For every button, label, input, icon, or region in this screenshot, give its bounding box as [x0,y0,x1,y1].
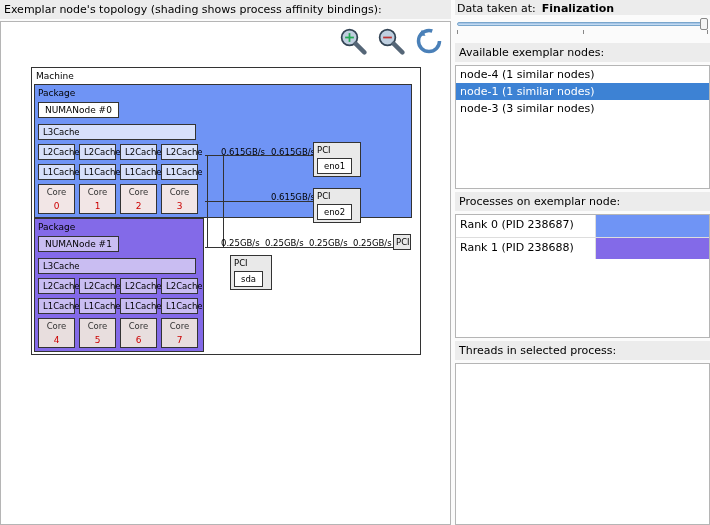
l3cache-0: L3Cache [38,124,196,140]
l2cache: L2Cache [79,278,116,294]
dev-eno2: eno2 [317,204,352,220]
l2cache: L2Cache [161,278,198,294]
svg-line-1 [356,44,365,53]
proc-swatch-1 [596,238,709,259]
topology-header: Exemplar node's topology (shading shows … [0,0,451,19]
l1cache: L1Cache [38,298,75,314]
time-slider[interactable] [455,18,710,40]
l2cache: L2Cache [38,144,75,160]
zoom-out-button[interactable] [376,26,406,56]
l2cache: L2Cache [120,278,157,294]
pci-eno2: PCI eno2 [313,188,361,223]
l1cache: L1Cache [120,298,157,314]
pci-plain: PCI [393,234,411,250]
threads-header: Threads in selected process: [455,341,710,360]
package-1: Package NUMANode #1 L3Cache L2Cache L2Ca… [34,218,204,352]
nodes-header: Available exemplar nodes: [455,43,710,62]
l1cache: L1Cache [120,164,157,180]
l2cache: L2Cache [161,144,198,160]
node-item-1[interactable]: node-1 (1 similar nodes) [456,83,709,100]
core-2: Core2 [120,184,157,214]
numa-0: NUMANode #0 [38,102,119,118]
numa-1: NUMANode #1 [38,236,119,252]
l1cache: L1Cache [161,164,198,180]
proc-row-0[interactable]: Rank 0 (PID 238687) [456,215,709,237]
core-0: Core0 [38,184,75,214]
l1cache: L1Cache [79,298,116,314]
proc-label-0: Rank 0 (PID 238687) [456,215,596,237]
bandwidth-label: 0.615GB/s [271,147,315,157]
core-1: Core1 [79,184,116,214]
nodes-listbox[interactable]: node-4 (1 similar nodes) node-1 (1 simil… [455,65,710,189]
topology-panel[interactable]: Machine Package NUMANode #0 L3Cache L2Ca… [0,21,451,525]
proc-row-1[interactable]: Rank 1 (PID 238688) [456,237,709,259]
pci-eno1: PCI eno1 [313,142,361,177]
package-0-title: Package [38,88,408,98]
core-5: Core5 [79,318,116,348]
bandwidth-label: 0.25GB/s [309,238,348,248]
l1cache: L1Cache [38,164,75,180]
l3cache-1: L3Cache [38,258,196,274]
bandwidth-label: 0.615GB/s [271,192,315,202]
machine-box: Machine Package NUMANode #0 L3Cache L2Ca… [31,67,421,355]
node-item-0[interactable]: node-4 (1 similar nodes) [456,66,709,83]
bandwidth-label: 0.25GB/s [265,238,304,248]
proc-swatch-0 [596,215,709,237]
core-4: Core4 [38,318,75,348]
l2cache: L2Cache [120,144,157,160]
proc-label-1: Rank 1 (PID 238688) [456,238,596,259]
slider-handle[interactable] [700,18,708,30]
core-6: Core6 [120,318,157,348]
machine-title: Machine [34,70,418,84]
package-1-title: Package [38,222,200,232]
dev-sda: sda [234,271,263,287]
core-3: Core3 [161,184,198,214]
l2cache: L2Cache [79,144,116,160]
l1cache: L1Cache [79,164,116,180]
core-7: Core7 [161,318,198,348]
bandwidth-label: 0.25GB/s [221,238,260,248]
reset-view-button[interactable] [414,26,444,56]
pci-sda: PCI sda [230,255,272,290]
procs-header: Processes on exemplar node: [455,192,710,211]
threads-listbox[interactable] [455,363,710,525]
l2cache: L2Cache [38,278,75,294]
data-taken-label: Data taken at: [457,2,536,15]
data-taken-row: Data taken at: Finalization [455,0,710,15]
bandwidth-label: 0.25GB/s [353,238,392,248]
node-item-2[interactable]: node-3 (3 similar nodes) [456,100,709,117]
dev-eno1: eno1 [317,158,352,174]
zoom-in-button[interactable] [338,26,368,56]
bandwidth-label: 0.615GB/s [221,147,265,157]
procs-table[interactable]: Rank 0 (PID 238687) Rank 1 (PID 238688) [455,214,710,338]
data-taken-value: Finalization [542,2,614,15]
l1cache: L1Cache [161,298,198,314]
svg-line-5 [394,44,403,53]
package-0: Package NUMANode #0 L3Cache L2Cache L2Ca… [34,84,412,218]
